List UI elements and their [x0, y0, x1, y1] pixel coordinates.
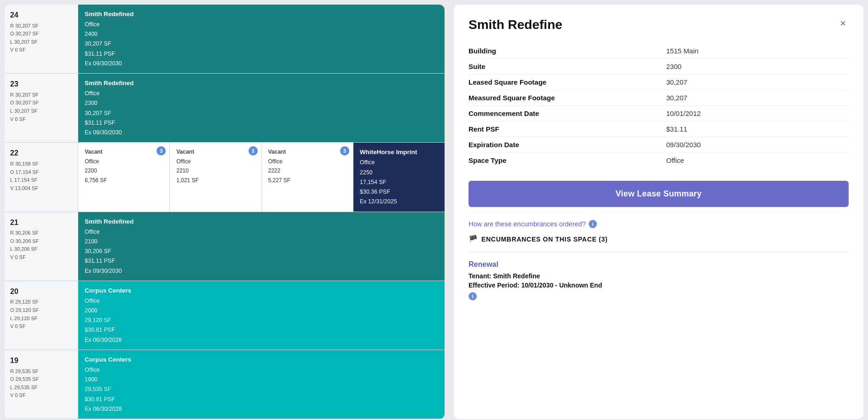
sf: 17,154 SF [360, 179, 387, 185]
tenant-name: Smith Redefined [85, 80, 134, 86]
expiration: Ex 09/30/2030 [85, 268, 122, 274]
floor-number: 20 [10, 286, 72, 298]
floor-row: 20R 29,120 SFO 29,120 SFL 29,120 SFV 0 S… [5, 281, 445, 350]
psf: $31.11 PSF [85, 51, 115, 57]
floor-label: 22R 30,158 SFO 17,154 SFL 17,154 SFV 13,… [5, 143, 78, 211]
suite: 1900 [85, 376, 98, 383]
detail-row: Building1515 Main [469, 43, 849, 59]
sf: 30,207 SF [85, 110, 111, 116]
encumbrance-section-title: ENCUMBRANCES ON THIS SPACE (3) [481, 236, 608, 243]
tenant-tile[interactable]: Corpus Centers Office 2000 29,120 SF $30… [78, 281, 445, 350]
suite: 2300 [85, 100, 98, 106]
badge: 3 [156, 146, 166, 155]
vacant-label: Vacant [268, 149, 286, 155]
vacant-tile[interactable]: 3 Vacant Office 2210 1,021 SF [170, 143, 261, 211]
badge: 3 [340, 146, 349, 155]
encumbrance-info-icon: i [469, 292, 849, 300]
encumbrance-period: Effective Period: 10/01/2030 - Unknown E… [469, 282, 849, 289]
sf: 6,756 SF [85, 177, 107, 184]
detail-row: Space TypeOffice [469, 153, 849, 168]
space-type: Office [85, 229, 99, 235]
badge: 3 [249, 146, 258, 155]
suite: 2100 [85, 238, 98, 245]
psf: $30.81 PSF [85, 327, 115, 333]
floor-row: 22R 30,158 SFO 17,154 SFL 17,154 SFV 13,… [5, 143, 445, 212]
sf: 30,206 SF [85, 248, 111, 254]
suite: 2400 [85, 31, 98, 37]
space-type: Office [85, 298, 99, 304]
detail-panel: Smith Redefine × Building1515 MainSuite2… [454, 5, 863, 419]
floor-label: 21R 30,206 SFO 30,206 SFL 30,206 SFV 0 S… [5, 212, 78, 281]
divider [469, 252, 849, 252]
detail-row: Measured Square Footage30,207 [469, 90, 849, 106]
close-button[interactable]: × [837, 17, 849, 29]
space-type: Office [85, 90, 99, 97]
floor-label: 23R 30,207 SFO 30,207 SFL 30,207 SFV 0 S… [5, 74, 78, 142]
expiration: Ex 06/30/2028 [85, 406, 122, 412]
floor-row: 23R 30,207 SFO 30,207 SFL 30,207 SFV 0 S… [5, 74, 445, 143]
tenant-tile[interactable]: Corpus Centers Office 1900 29,535 SF $30… [78, 350, 445, 419]
suite: 2250 [360, 169, 373, 176]
vacant-tile[interactable]: 3 Vacant Office 2222 5,227 SF [262, 143, 353, 211]
tenant-tile[interactable]: Smith Redefined Office 2400 30,207 SF $3… [78, 5, 445, 73]
floor-plan-panel: 24R 30,207 SFO 30,207 SFL 30,207 SFV 0 S… [5, 5, 445, 419]
flag-icon: 🏴 [469, 235, 478, 243]
vacant-label: Vacant [176, 149, 194, 155]
suite: 2000 [85, 307, 98, 314]
floor-number: 24 [10, 9, 72, 21]
psf: $31.11 PSF [85, 120, 115, 126]
tenant-name: WhiteHorse Imprint [360, 149, 417, 155]
detail-row: Rent PSF$31.11 [469, 121, 849, 137]
tenant-name: Corpus Centers [85, 356, 131, 363]
floor-row: 24R 30,207 SFO 30,207 SFL 30,207 SFV 0 S… [5, 5, 445, 74]
suite: 2200 [85, 167, 97, 174]
tenant-name: Smith Redefined [85, 11, 134, 17]
floor-number: 21 [10, 217, 72, 229]
info-icon-2: i [469, 292, 477, 300]
suite: 2210 [176, 167, 189, 174]
encumbrance-header: 🏴 ENCUMBRANCES ON THIS SPACE (3) [469, 235, 849, 243]
detail-row: Commencement Date10/01/2012 [469, 106, 849, 121]
sf: 29,120 SF [85, 317, 111, 323]
vacant-tile[interactable]: 3 Vacant Office 2200 6,756 SF [78, 143, 170, 211]
space-type: Office [268, 158, 283, 165]
tenant-tile[interactable]: Smith Redefined Office 2100 30,206 SF $3… [78, 212, 445, 281]
floor-number: 19 [10, 355, 72, 367]
panel-title: Smith Redefine [469, 17, 562, 32]
suite: 2222 [268, 167, 281, 174]
floor-row: 21R 30,206 SFO 30,206 SFL 30,206 SFV 0 S… [5, 212, 445, 281]
sf: 30,207 SF [85, 40, 111, 47]
view-lease-button[interactable]: View Lease Summary [469, 181, 849, 207]
floor-number: 23 [10, 78, 72, 90]
encumbrance-tenant: Tenant: Smith Redefine [469, 272, 849, 280]
details-table: Building1515 MainSuite2300Leased Square … [469, 43, 849, 168]
detail-row: Leased Square Footage30,207 [469, 75, 849, 90]
sf: 29,535 SF [85, 386, 111, 392]
tenant-tile[interactable]: WhiteHorse Imprint Office 2250 17,154 SF… [353, 143, 445, 211]
tenant-name: Smith Redefined [85, 218, 134, 225]
expiration: Ex 12/31/2025 [360, 198, 397, 205]
space-type: Office [360, 159, 375, 166]
tenant-name: Corpus Centers [85, 287, 131, 294]
expiration: Ex 06/30/2028 [85, 337, 122, 343]
expiration: Ex 09/30/2030 [85, 129, 122, 136]
detail-row: Suite2300 [469, 59, 849, 75]
encumbrance-type: Renewal [469, 260, 849, 269]
space-type: Office [85, 21, 99, 28]
space-type: Office [85, 367, 99, 373]
floor-label: 24R 30,207 SFO 30,207 SFL 30,207 SFV 0 S… [5, 5, 78, 73]
space-type: Office [176, 158, 191, 165]
vacant-label: Vacant [85, 149, 103, 155]
floor-label: 20R 29,120 SFO 29,120 SFL 29,120 SFV 0 S… [5, 281, 78, 350]
floor-label: 19R 29,535 SFO 29,535 SFL 29,535 SFV 0 S… [5, 350, 78, 419]
psf: $31.11 PSF [85, 258, 115, 264]
space-type: Office [85, 158, 99, 165]
info-icon: i [589, 220, 597, 228]
detail-row: Expiration Date09/30/2030 [469, 137, 849, 153]
psf: $30.36 PSF [360, 189, 390, 195]
floor-number: 22 [10, 147, 72, 159]
encumbrance-order-link[interactable]: How are these encumbrances ordered? i [469, 220, 849, 228]
tenant-tile[interactable]: Smith Redefined Office 2300 30,207 SF $3… [78, 74, 445, 142]
floor-row: 19R 29,535 SFO 29,535 SFL 29,535 SFV 0 S… [5, 350, 445, 419]
sf: 1,021 SF [176, 177, 199, 184]
